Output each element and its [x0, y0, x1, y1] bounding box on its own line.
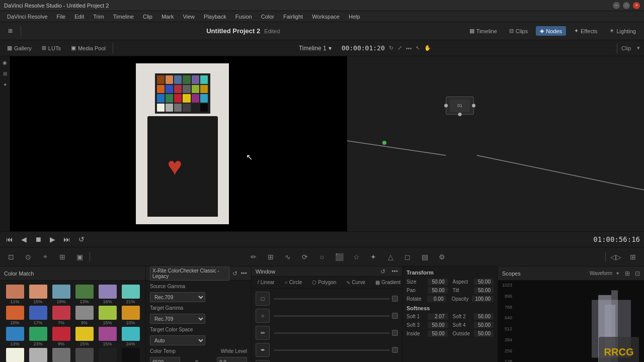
waveform-dropdown-icon[interactable]: ▾: [616, 270, 619, 276]
menu-workspace[interactable]: Workspace: [308, 13, 344, 21]
win-tab-linear[interactable]: / Linear: [256, 279, 277, 286]
menu-davinci[interactable]: DaVinci Resolve: [3, 13, 52, 21]
inside-val[interactable]: 50.00: [428, 330, 447, 337]
swatch-item-16[interactable]: 15%: [73, 327, 95, 346]
swatch-item-23[interactable]: 12%: [97, 348, 118, 362]
swatch-item-5[interactable]: 16%: [97, 285, 118, 304]
soft4-val[interactable]: 50.00: [474, 322, 494, 328]
swatch-item-14[interactable]: 23%: [27, 327, 49, 346]
menu-clip[interactable]: Clip: [139, 13, 156, 21]
swatch-item-7[interactable]: 10%: [4, 306, 26, 325]
cc-more-icon[interactable]: •••: [240, 270, 247, 277]
ct-grid-tool[interactable]: ⊞: [264, 250, 278, 264]
menu-fusion[interactable]: Fusion: [231, 13, 256, 21]
win-tab-polygon[interactable]: ⬡ Polygon: [310, 279, 338, 286]
target-gamma-select[interactable]: Rec.709: [150, 314, 205, 324]
swatch-item-6[interactable]: 21%: [120, 285, 141, 304]
ct-viewer-btn[interactable]: ⊡: [4, 250, 18, 264]
ct-oval-tool[interactable]: ○: [315, 250, 329, 264]
source-gamma-select[interactable]: Rec.709: [150, 292, 205, 302]
sidebar-grid-icon[interactable]: ⊞: [1, 69, 9, 77]
go-to-start-btn[interactable]: ⏮: [4, 234, 15, 244]
swatch-item-10[interactable]: 9%: [73, 306, 95, 325]
menu-color[interactable]: Color: [257, 13, 278, 21]
shape-slider-4[interactable]: [274, 349, 390, 351]
ct-right-1[interactable]: ◁▷: [609, 250, 623, 264]
scopes-icon2[interactable]: ⊡: [635, 270, 640, 277]
circle-shape-btn[interactable]: ○: [256, 309, 270, 323]
size-val[interactable]: 50.00: [428, 279, 447, 285]
workspace-effects-btn[interactable]: ✦ Effects: [570, 26, 601, 36]
swatch-item-17[interactable]: 15%: [97, 327, 118, 346]
swatch-item-20[interactable]: 12%: [27, 348, 49, 362]
ct-wand-tool[interactable]: ✦: [366, 250, 380, 264]
minimize-button[interactable]: ─: [613, 2, 620, 9]
menu-help[interactable]: Help: [345, 13, 364, 21]
white-level-input[interactable]: [217, 357, 247, 362]
ct-curve-tool[interactable]: ∿: [281, 250, 295, 264]
win-tab-gradient[interactable]: ▦ Gradient: [373, 279, 403, 286]
shape-checkbox-3[interactable]: [392, 330, 398, 336]
menu-fairlight[interactable]: Fairlight: [279, 13, 307, 21]
swatch-item-18[interactable]: 24%: [120, 327, 141, 346]
window-more-icon[interactable]: •••: [391, 268, 398, 275]
node-editor[interactable]: 01: [347, 56, 644, 231]
gallery-btn[interactable]: ▦ Gallery: [4, 44, 35, 52]
swatch-item-13[interactable]: 13%: [4, 327, 26, 346]
swatch-item-3[interactable]: 19%: [50, 285, 72, 304]
ct-star-tool[interactable]: ☆: [349, 250, 363, 264]
ct-window-tool[interactable]: ⬛: [332, 250, 346, 264]
swatch-item-1[interactable]: 11%: [4, 285, 26, 304]
toolbar-layout-btn[interactable]: ⊞: [4, 26, 17, 36]
luts-btn[interactable]: ⊞ LUTs: [39, 44, 64, 52]
menu-trim[interactable]: Trim: [89, 13, 108, 21]
swatch-item-2[interactable]: 15%: [27, 285, 49, 304]
cc-dropdown[interactable]: X-Rite ColorChecker Classic - Legacy: [150, 266, 229, 281]
ct-rect-tool[interactable]: ◻: [400, 250, 415, 264]
swatch-item-11[interactable]: 15%: [97, 306, 118, 325]
swatch-item-8[interactable]: 17%: [27, 306, 49, 325]
menu-timeline[interactable]: Timeline: [109, 13, 138, 21]
color-temp-input[interactable]: [150, 357, 180, 362]
node-01[interactable]: 01: [446, 97, 474, 115]
menu-view[interactable]: View: [179, 13, 199, 21]
shape-checkbox-1[interactable]: [392, 296, 398, 302]
opacity-val[interactable]: 100.00: [472, 296, 494, 302]
menu-edit[interactable]: Edit: [70, 13, 88, 21]
ct-circle-tool[interactable]: ⟳: [298, 250, 312, 264]
media-pool-btn[interactable]: ▣ Media Pool: [68, 44, 109, 52]
maximize-button[interactable]: □: [623, 2, 630, 9]
ct-film2-tool[interactable]: ▤: [418, 250, 432, 264]
ct-film-btn[interactable]: ▣: [72, 250, 87, 264]
win-tab-curve[interactable]: ∿ Curve: [344, 279, 367, 286]
menu-mark[interactable]: Mark: [157, 13, 178, 21]
cc-refresh-icon[interactable]: ↺: [232, 270, 237, 277]
stop-btn[interactable]: ⏹: [33, 234, 44, 244]
ct-scope-btn[interactable]: ⊙: [21, 250, 35, 264]
swatch-item-21[interactable]: 18%: [50, 348, 72, 362]
soft1-val[interactable]: 2.07: [428, 313, 447, 320]
ct-gesture-btn[interactable]: ⊞: [55, 250, 69, 264]
ct-pen-tool[interactable]: ✏: [247, 250, 261, 264]
swatch-item-15[interactable]: 9%: [50, 327, 72, 346]
win-tab-circle[interactable]: ○ Circle: [283, 279, 304, 286]
pen-shape-btn[interactable]: ✏: [256, 326, 270, 340]
pan-val[interactable]: 50.00: [428, 287, 447, 294]
pencil-shape-btn[interactable]: ✒: [256, 343, 270, 357]
target-color-space-select[interactable]: Auto: [150, 335, 205, 345]
rotate-val[interactable]: 0.00: [427, 296, 447, 302]
swatch-item-9[interactable]: 7%: [50, 306, 72, 325]
workspace-lighting-btn[interactable]: ☀ Lighting: [605, 26, 640, 36]
shape-checkbox-4[interactable]: [392, 347, 398, 353]
sidebar-tool-icon[interactable]: ✦: [1, 80, 9, 88]
shape-slider-2[interactable]: [274, 315, 390, 317]
clip-dropdown-icon[interactable]: ▾: [637, 45, 640, 51]
ct-right-2[interactable]: ⊞: [626, 250, 640, 264]
swatch-item-22[interactable]: 18%: [73, 348, 95, 362]
tilt-val[interactable]: 50.00: [474, 287, 494, 294]
ct-shape-tool[interactable]: △: [383, 250, 397, 264]
swatch-item-12[interactable]: 10%: [120, 306, 141, 325]
ct-settings-tool[interactable]: ⚙: [435, 250, 449, 264]
loop-btn[interactable]: ↺: [76, 234, 87, 244]
go-to-end-btn[interactable]: ⏭: [61, 234, 72, 244]
